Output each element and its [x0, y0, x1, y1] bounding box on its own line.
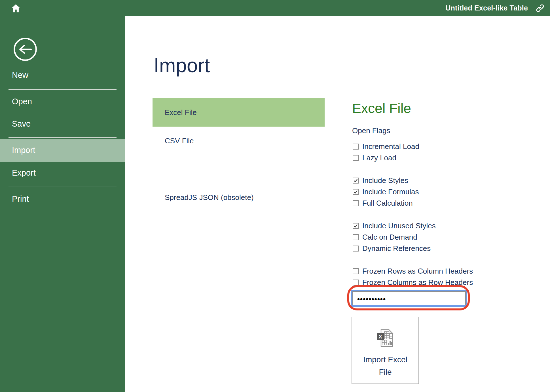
excel-file-icon: X [376, 329, 394, 348]
checkbox-checked-icon[interactable] [353, 189, 359, 195]
password-field-border [351, 290, 467, 307]
checkbox-group: Include StylesInclude FormulasFull Calcu… [352, 175, 528, 209]
checkbox-row-full-calculation[interactable]: Full Calculation [352, 197, 528, 209]
checkbox-label: Dynamic References [362, 244, 431, 253]
import-format-list: Excel File CSV File SpreadJS JSON (obsol… [153, 98, 325, 212]
checkbox-label: Full Calculation [362, 199, 413, 208]
backstage-sidebar: New Open Save Import Export Print [0, 16, 125, 392]
checkbox-checked-icon[interactable] [353, 178, 359, 184]
import-button-label: Import Excel File [360, 353, 411, 378]
checkbox-label: Calc on Demand [362, 233, 417, 242]
checkbox-unchecked-icon[interactable] [353, 144, 359, 150]
checkbox-group: Include Unused StylesCalc on DemandDynam… [352, 220, 528, 254]
checkbox-label: Lazy Load [362, 154, 396, 162]
checkbox-row-incremental-load[interactable]: Incremental Load [352, 141, 528, 152]
open-flags-checkbox-groups: Incremental LoadLazy LoadInclude StylesI… [352, 141, 528, 288]
checkbox-row-include-formulas[interactable]: Include Formulas [352, 186, 528, 197]
sidebar-item-save[interactable]: Save [0, 118, 125, 130]
checkbox-unchecked-icon[interactable] [353, 246, 359, 252]
checkbox-row-include-styles[interactable]: Include Styles [352, 175, 528, 186]
checkbox-unchecked-icon[interactable] [353, 280, 359, 286]
checkbox-label: Frozen Rows as Column Headers [362, 267, 473, 276]
svg-text:X: X [378, 334, 382, 340]
format-item-excel-file[interactable]: Excel File [153, 98, 325, 127]
checkbox-unchecked-icon[interactable] [353, 200, 359, 206]
sidebar-item-new[interactable]: New [0, 69, 125, 81]
format-item-spreadjs-json[interactable]: SpreadJS JSON (obsolete) [153, 183, 325, 212]
format-item-csv-file[interactable]: CSV File [153, 127, 325, 155]
topbar-right: Untitled Excel-like Table [445, 0, 545, 16]
checkbox-label: Include Formulas [362, 188, 419, 196]
page-title: Import [154, 56, 210, 75]
open-flags-label: Open Flags [352, 126, 528, 135]
sidebar-item-print[interactable]: Print [0, 193, 125, 205]
import-excel-file-button[interactable]: X Import Excel File [352, 317, 419, 384]
share-link-button[interactable] [535, 3, 545, 13]
checkbox-group: Incremental LoadLazy Load [352, 141, 528, 163]
panel-title: Excel File [352, 101, 528, 116]
sidebar-item-import[interactable]: Import [0, 139, 125, 162]
document-title: Untitled Excel-like Table [445, 4, 528, 12]
content-area: Import Excel File CSV File SpreadJS JSON… [125, 16, 550, 392]
back-button[interactable] [14, 38, 37, 61]
sidebar-divider [9, 137, 117, 138]
checkbox-label: Include Unused Styles [362, 221, 436, 230]
sidebar-item-export[interactable]: Export [0, 167, 125, 179]
sidebar-divider [9, 89, 117, 90]
checkbox-row-calc-on-demand[interactable]: Calc on Demand [352, 231, 528, 243]
sidebar-item-open[interactable]: Open [0, 95, 125, 108]
checkbox-row-dynamic-references[interactable]: Dynamic References [352, 243, 528, 254]
home-icon [11, 4, 21, 13]
import-backstage-view: Untitled Excel-like Table New Open Save … [0, 0, 550, 392]
arrow-left-icon [18, 44, 32, 54]
checkbox-label: Include Styles [362, 176, 408, 185]
checkbox-checked-icon[interactable] [353, 223, 359, 229]
sidebar-divider [9, 186, 117, 186]
checkbox-group: Frozen Rows as Column HeadersFrozen Colu… [352, 265, 528, 288]
checkbox-row-lazy-load[interactable]: Lazy Load [352, 152, 528, 163]
home-button[interactable] [10, 3, 22, 14]
password-input[interactable] [352, 291, 466, 305]
checkbox-row-frozen-rows-as-column-headers[interactable]: Frozen Rows as Column Headers [352, 265, 528, 277]
checkbox-unchecked-icon[interactable] [353, 155, 359, 161]
checkbox-unchecked-icon[interactable] [353, 268, 359, 274]
checkbox-unchecked-icon[interactable] [353, 234, 359, 240]
checkbox-label: Incremental Load [362, 142, 419, 151]
checkbox-label: Frozen Columns as Row Headers [362, 278, 473, 287]
checkbox-row-include-unused-styles[interactable]: Include Unused Styles [352, 220, 528, 231]
password-field-wrap [351, 290, 467, 307]
checkbox-row-frozen-columns-as-row-headers[interactable]: Frozen Columns as Row Headers [352, 277, 528, 288]
excel-file-options-panel: Excel File Open Flags Incremental LoadLa… [352, 101, 528, 384]
topbar: Untitled Excel-like Table [0, 0, 550, 16]
link-icon [536, 4, 545, 13]
